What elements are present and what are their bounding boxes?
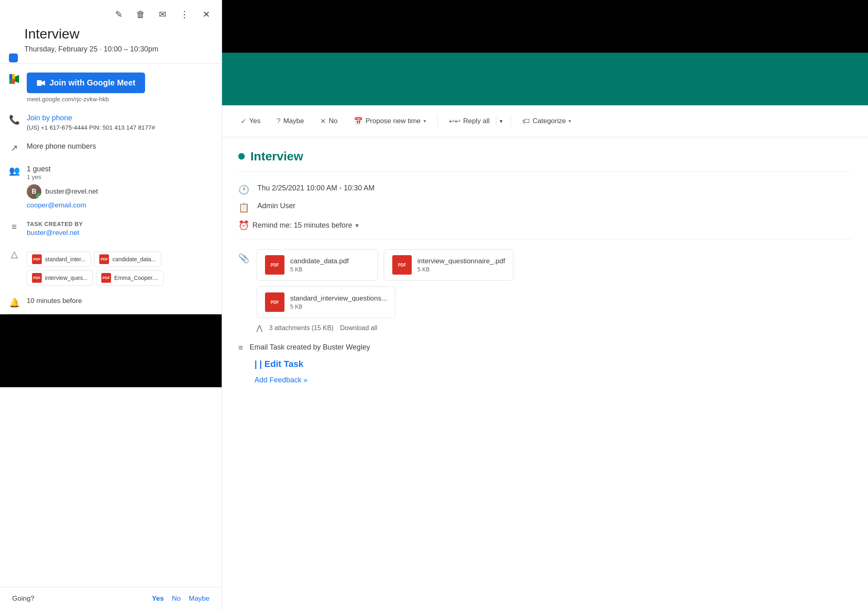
svg-marker-9 xyxy=(42,81,45,85)
attachments-content: PDF standard_inter... PDF candidate_data… xyxy=(27,248,214,286)
edit-task-link[interactable]: | | Edit Task xyxy=(254,359,852,369)
attach-card-3-size: 5 KB xyxy=(290,303,387,310)
remind-caret-icon[interactable]: ▾ xyxy=(355,222,359,229)
svg-rect-4 xyxy=(12,79,15,84)
join-google-meet-button[interactable]: Join with Google Meet xyxy=(27,73,145,93)
organizer-email[interactable]: cooper@email.com xyxy=(27,201,214,209)
email-subject: Interview xyxy=(250,149,303,163)
left-panel: ✎ 🗑 ✉ ⋮ ✕ Interview Thursday, February 2… xyxy=(0,0,222,610)
bell-icon: 🔔 xyxy=(8,298,20,308)
categorize-label: Categorize xyxy=(532,117,566,125)
attach-card-3[interactable]: PDF standard_interview_questions... 5 KB xyxy=(257,286,396,318)
task-created-email[interactable]: buster@revel.net xyxy=(27,229,79,237)
right-panel: ✓ Yes ? Maybe ✕ No 📅 Propose new time ▾ … xyxy=(222,0,868,610)
datetime-meta-row: 🕐 Thu 2/25/2021 10:00 AM - 10:30 AM xyxy=(238,184,852,195)
attach-card-1[interactable]: PDF candidate_data.pdf 5 KB xyxy=(257,249,378,281)
calendar-small-icon: 📋 xyxy=(238,203,249,213)
close-icon[interactable]: ✕ xyxy=(199,7,214,22)
left-toolbar: ✎ 🗑 ✉ ⋮ ✕ xyxy=(0,0,222,26)
attachment-section: 📎 PDF candidate_data.pdf 5 KB xyxy=(238,249,852,333)
attach-name-3: interview_ques... xyxy=(45,275,88,281)
yes-button[interactable]: ✓ Yes xyxy=(234,113,267,130)
reply-all-icon: ↩↩ xyxy=(449,117,460,126)
task-content: TASK CREATED BY buster@revel.net xyxy=(27,221,214,237)
external-link-icon: ↗ xyxy=(8,143,20,154)
check-badge xyxy=(36,193,41,199)
delete-icon[interactable]: 🗑 xyxy=(133,7,148,22)
right-top-black xyxy=(222,0,868,53)
more-phone-content: More phone numbers xyxy=(27,142,214,151)
svg-rect-6 xyxy=(12,74,15,79)
attach-name-1: standard_inter... xyxy=(45,256,86,262)
hamburger-icon: ≡ xyxy=(8,222,20,232)
attach-card-1-info: candidate_data.pdf 5 KB xyxy=(290,257,349,273)
attach-card-2-name: interview_questionnaire_.pdf xyxy=(417,257,505,265)
join-by-phone-link[interactable]: Join by phone xyxy=(27,114,72,122)
paperclip-icon: 📎 xyxy=(238,253,249,264)
task-description: Email Task created by Buster Wegley xyxy=(250,343,370,352)
attach-name-2: candidate_data... xyxy=(112,256,156,262)
attach-chip-1[interactable]: PDF standard_inter... xyxy=(27,252,91,267)
action-divider-2 xyxy=(511,115,511,128)
guests-icon: 👥 xyxy=(8,166,20,176)
propose-time-button[interactable]: 📅 Propose new time ▾ xyxy=(347,113,432,130)
meet-row: Join with Google Meet meet.google.com/rj… xyxy=(0,67,222,108)
email-datetime: Thu 2/25/2021 10:00 AM - 10:30 AM xyxy=(257,184,374,192)
reply-all-caret-button[interactable]: ▾ xyxy=(496,114,506,128)
pdf-card-icon-2: PDF xyxy=(392,255,412,275)
left-scroll-area: Join with Google Meet meet.google.com/rj… xyxy=(0,67,222,587)
pdf-icon-4: PDF xyxy=(101,273,111,283)
categorize-caret-icon: ▾ xyxy=(569,118,571,124)
calendar-meta-row: 📋 Admin User xyxy=(238,202,852,213)
phone-icon: 📞 xyxy=(8,115,20,125)
attach-chip-4[interactable]: PDF Emma_Cooper.... xyxy=(96,270,164,286)
more-options-icon[interactable]: ⋮ xyxy=(177,7,192,22)
add-feedback-link[interactable]: Add Feedback » xyxy=(254,376,852,384)
status-dot xyxy=(238,153,245,160)
task-row: ≡ TASK CREATED BY buster@revel.net xyxy=(0,215,222,243)
attach-card-2[interactable]: PDF interview_questionnaire_.pdf 5 KB xyxy=(384,249,513,281)
guest-count: 1 guest xyxy=(27,165,214,173)
more-phone-row: ↗ More phone numbers xyxy=(0,137,222,159)
task-created-label: TASK CREATED BY xyxy=(27,221,214,227)
notification-content: 10 minutes before xyxy=(27,297,214,305)
going-maybe-button[interactable]: Maybe xyxy=(189,595,210,603)
going-yes-button[interactable]: Yes xyxy=(152,595,164,603)
attach-chip-3[interactable]: PDF interview_ques... xyxy=(27,270,93,286)
pdf-icon-3: PDF xyxy=(32,273,42,283)
meet-link: meet.google.com/rjc-zvkw-hkb xyxy=(27,96,214,102)
reply-all-label: Reply all xyxy=(463,117,490,125)
going-no-button[interactable]: No xyxy=(172,595,181,603)
edit-icon[interactable]: ✎ xyxy=(111,7,126,22)
no-label: No xyxy=(329,117,338,125)
reply-all-button[interactable]: ↩↩ Reply all xyxy=(443,113,496,130)
guests-content: 1 guest 1 yes B buster@revel.net cooper@… xyxy=(27,165,214,209)
pdf-card-icon-1: PDF xyxy=(265,255,284,275)
clock-icon: 🕐 xyxy=(238,185,249,195)
maybe-label: Maybe xyxy=(283,117,304,125)
event-color-dot xyxy=(9,53,18,62)
guest-email: buster@revel.net xyxy=(45,188,98,196)
attachment-icon: △ xyxy=(8,249,20,260)
pdf-icon: PDF xyxy=(32,254,42,264)
going-bar: Going? Yes No Maybe xyxy=(0,587,222,610)
attach-card-1-size: 5 KB xyxy=(290,266,349,273)
email-icon[interactable]: ✉ xyxy=(155,7,170,22)
guests-row: 👥 1 guest 1 yes B buster@revel.net coope… xyxy=(0,159,222,215)
phone-content: Join by phone (US) +1 617-675-4444 PIN: … xyxy=(27,114,214,131)
attach-chip-2[interactable]: PDF candidate_data... xyxy=(94,252,161,267)
svg-rect-3 xyxy=(9,74,12,79)
download-all-button[interactable]: Download all xyxy=(340,324,377,332)
maybe-button[interactable]: ? Maybe xyxy=(270,113,311,129)
categorize-button[interactable]: 🏷 Categorize ▾ xyxy=(516,113,577,130)
going-label: Going? xyxy=(12,595,34,603)
more-phone-numbers[interactable]: More phone numbers xyxy=(27,142,96,150)
attachment-grid: PDF candidate_data.pdf 5 KB PDF xyxy=(257,249,513,281)
propose-label: Propose new time xyxy=(366,117,421,125)
task-text-row: ≡ Email Task created by Buster Wegley xyxy=(238,342,852,352)
attach-card-3-info: standard_interview_questions... 5 KB xyxy=(290,294,387,310)
remind-row: ⏰ Remind me: 15 minutes before ▾ xyxy=(238,220,852,239)
no-button[interactable]: ✕ No xyxy=(314,113,344,130)
notification-time: 10 minutes before xyxy=(27,297,82,305)
calendar-icon: 📅 xyxy=(354,117,363,126)
